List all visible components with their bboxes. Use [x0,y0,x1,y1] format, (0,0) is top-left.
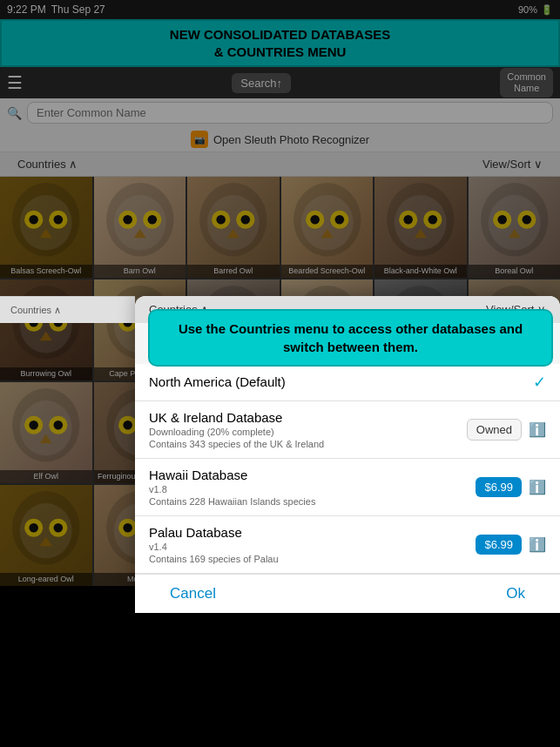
db-item-north-america: North America (Default) ✓ [135,364,560,401]
db-check-north-america: ✓ [533,373,546,392]
db-item-uk: UK & Ireland Database Downloading (20% c… [135,401,560,459]
db-name-palau: Palau Database [149,525,476,540]
db-name-hawaii: Hawaii Database [149,468,476,482]
db-name-uk: UK & Ireland Database [149,410,467,425]
db-price-button-palau[interactable]: $6.99 [476,535,522,555]
db-price-button-hawaii[interactable]: $6.99 [476,477,522,497]
db-owned-button-uk[interactable]: Owned [467,419,522,441]
tooltip-text: Use the Countries menu to access other d… [179,321,523,354]
db-item-hawaii: Hawaii Database v1.8 Contains 228 Hawaii… [135,459,560,516]
db-sub-palau-2: Contains 169 species of Palau [149,554,476,564]
tooltip-box: Use the Countries menu to access other d… [148,309,553,367]
db-sub-hawaii-2: Contains 228 Hawaiian Islands species [149,496,476,507]
db-sub-hawaii-1: v1.8 [149,484,476,495]
info-icon-palau[interactable]: ℹ️ [529,536,546,553]
ok-button[interactable]: Ok [506,585,525,602]
db-sub-uk-2: Contains 343 species of the UK & Ireland [149,439,467,449]
cancel-button[interactable]: Cancel [170,585,216,602]
db-name-north-america: North America (Default) [149,374,533,389]
db-sub-uk-1: Downloading (20% complete) [149,427,467,437]
modal-bottom-buttons: Cancel Ok [135,574,560,613]
sub-dropdown-left: Countries ∧ [0,296,135,323]
db-item-palau: Palau Database v1.4 Contains 169 species… [135,516,560,574]
info-icon-uk[interactable]: ℹ️ [529,421,546,438]
db-sub-palau-1: v1.4 [149,542,476,552]
info-icon-hawaii[interactable]: ℹ️ [529,479,546,495]
